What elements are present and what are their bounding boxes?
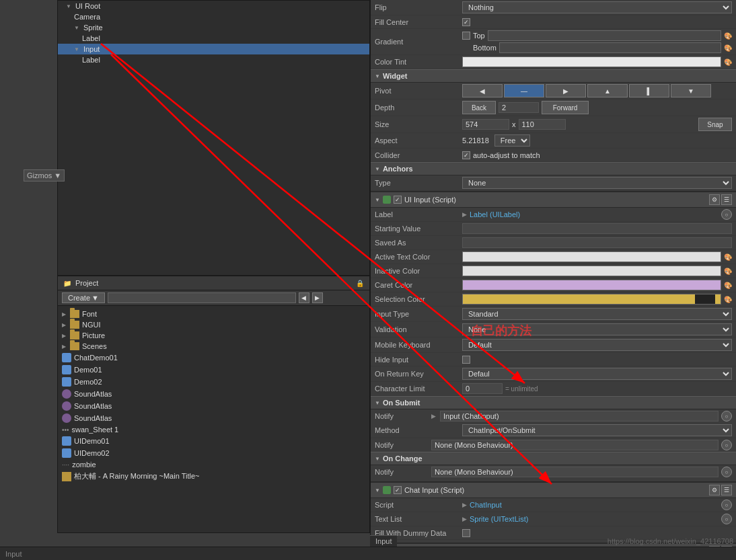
size-snap-btn[interactable]: Snap <box>698 118 732 131</box>
hierarchy-item-label2[interactable]: Label <box>58 54 369 65</box>
lock-icon[interactable]: 🔒 <box>356 280 364 287</box>
status-input-label: Input <box>5 550 22 558</box>
hide-input-checkbox[interactable] <box>462 356 470 364</box>
create-button[interactable]: Create ▼ <box>62 292 105 303</box>
script-menu-btn[interactable]: ☰ <box>721 194 732 205</box>
pivot-middle-btn[interactable]: ▌ <box>629 84 669 97</box>
depth-back-btn[interactable]: Back <box>462 101 496 114</box>
notify2-input[interactable] <box>431 440 719 450</box>
selection-color-picker-icon[interactable]: 🎨 <box>724 296 732 303</box>
notify3-circle-btn[interactable]: ○ <box>721 467 732 477</box>
input-type-dropdown[interactable]: Standard <box>462 308 732 320</box>
project-item-rainy-morning[interactable]: 柏大輔 - A Rainy Morning ~Main Title~ <box>58 470 369 483</box>
fill-dummy-checkbox[interactable] <box>462 529 470 537</box>
project-item-scenes[interactable]: ▶ Scenes <box>58 341 369 352</box>
on-return-key-dropdown[interactable]: Defaul <box>462 368 732 380</box>
validation-dropdown[interactable]: None <box>462 323 732 335</box>
script-circle-btn[interactable]: ○ <box>721 499 732 510</box>
selection-color-field[interactable] <box>462 294 721 305</box>
project-item-demo02[interactable]: Demo02 <box>58 376 369 388</box>
project-item-swan-sheet[interactable]: ••• swan_Sheet 1 <box>58 424 369 435</box>
project-item-demo01[interactable]: Demo01 <box>58 364 369 376</box>
on-submit-section-header[interactable]: ▼ On Submit <box>371 396 736 409</box>
pivot-left-btn[interactable]: ◀ <box>462 84 503 97</box>
size-width-input[interactable] <box>462 119 509 130</box>
script-enabled-checkbox[interactable] <box>394 196 402 204</box>
label-value-text: Label (UILabel) <box>470 210 520 218</box>
hierarchy-item-uiroot[interactable]: ▼ UI Root <box>58 1 369 11</box>
project-item-soundatlas3[interactable]: SoundAtlas <box>58 412 369 424</box>
validation-label: Validation <box>375 325 462 333</box>
chat-input-script-label: Chat Input (Script) <box>404 486 464 494</box>
project-item-chatdemo01[interactable]: ChatDemo01 <box>58 352 369 364</box>
widget-section-header[interactable]: ▼ Widget <box>371 69 736 83</box>
hierarchy-item-input[interactable]: ▼ Input <box>58 44 369 54</box>
project-item-font[interactable]: ▶ Font <box>58 309 369 319</box>
color-tint-field[interactable] <box>462 56 721 67</box>
saved-as-input[interactable] <box>462 237 732 248</box>
gizmos-label[interactable]: Gizmos ▼ <box>24 169 65 182</box>
chat-script-settings-btn[interactable]: ⚙ <box>709 485 720 495</box>
flip-dropdown[interactable]: Nothing <box>462 1 732 13</box>
character-limit-input[interactable] <box>462 383 503 394</box>
depth-forward-btn[interactable]: Forward <box>542 101 589 114</box>
on-change-section-header[interactable]: ▼ On Change <box>371 452 736 465</box>
color-picker-icon2[interactable]: 🎨 <box>724 44 732 52</box>
project-item-soundatlas2[interactable]: SoundAtlas <box>58 400 369 412</box>
label-circle-btn[interactable]: ○ <box>721 209 732 220</box>
depth-value-input[interactable] <box>499 102 539 113</box>
caret-color-picker-icon[interactable]: 🎨 <box>724 282 732 289</box>
project-search-input[interactable] <box>108 292 296 303</box>
active-color-picker-icon[interactable]: 🎨 <box>724 253 732 261</box>
project-item-zombie[interactable]: ···· zombie <box>58 459 369 470</box>
hierarchy-item-sprite[interactable]: ▼ Sprite <box>58 22 369 33</box>
mobile-keyboard-dropdown[interactable]: Default <box>462 339 732 351</box>
anchors-type-label: Type <box>375 179 462 187</box>
text-list-circle-btn[interactable]: ○ <box>721 514 732 524</box>
project-item-uidemo02[interactable]: UIDemo02 <box>58 447 369 459</box>
inactive-color-field[interactable] <box>462 266 721 276</box>
hide-input-label: Hide Input <box>375 356 462 364</box>
color-picker-icon[interactable]: 🎨 <box>724 32 732 40</box>
inactive-color-picker-icon[interactable]: 🎨 <box>724 268 732 275</box>
pivot-bottom-btn[interactable]: ▼ <box>671 84 711 97</box>
chat-script-enabled-checkbox[interactable] <box>394 486 402 494</box>
project-item-soundatlas1[interactable]: SoundAtlas <box>58 388 369 400</box>
project-item-picture[interactable]: ▶ Picture <box>58 330 369 341</box>
method-dropdown[interactable]: ChatInput/OnSubmit <box>462 424 732 436</box>
gradient-top-checkbox[interactable] <box>462 32 470 40</box>
hierarchy-item-label1[interactable]: Label <box>58 33 369 44</box>
starting-value-input[interactable] <box>462 223 732 234</box>
notify3-row: Notify ○ <box>371 465 736 479</box>
notify2-circle-btn[interactable]: ○ <box>721 440 732 450</box>
right-arrow-button[interactable]: ▶ <box>312 292 323 303</box>
depth-label: Depth <box>375 104 462 112</box>
color-picker-icon3[interactable]: 🎨 <box>724 58 732 66</box>
anchors-section-header[interactable]: ▼ Anchors <box>371 162 736 175</box>
active-text-color-field[interactable] <box>462 251 721 262</box>
project-item-ngui[interactable]: ▶ NGUI <box>58 319 369 330</box>
left-arrow-button[interactable]: ◀ <box>299 292 309 303</box>
anchors-type-dropdown[interactable]: None <box>462 177 732 189</box>
notify3-input[interactable] <box>431 467 719 477</box>
caret-color-field[interactable] <box>462 280 721 290</box>
fill-center-checkbox[interactable] <box>462 18 470 26</box>
on-return-key-label: On Return Key <box>375 370 462 378</box>
gradient-bottom-color[interactable] <box>499 42 721 53</box>
size-height-input[interactable] <box>519 119 566 130</box>
script-settings-btn[interactable]: ⚙ <box>709 194 720 205</box>
project-item-uidemo01[interactable]: UIDemo01 <box>58 435 369 447</box>
collider-checkbox[interactable] <box>462 151 470 159</box>
chat-script-menu-btn[interactable]: ☰ <box>721 485 732 495</box>
hierarchy-item-camera[interactable]: Camera <box>58 11 369 22</box>
notify1-circle-btn[interactable]: ○ <box>721 411 732 422</box>
character-limit-note: = unlimited <box>505 385 538 393</box>
pivot-top-btn[interactable]: ▲ <box>587 84 628 97</box>
pivot-center-btn[interactable]: — <box>504 84 544 97</box>
aspect-type-dropdown[interactable]: Free <box>494 134 530 147</box>
project-toolbar: Create ▼ ◀ ▶ <box>58 290 369 306</box>
pivot-right-btn[interactable]: ▶ <box>546 84 586 97</box>
notify1-input[interactable] <box>440 411 719 422</box>
on-submit-section-label: On Submit <box>383 399 420 407</box>
gradient-top-color[interactable] <box>488 30 721 41</box>
